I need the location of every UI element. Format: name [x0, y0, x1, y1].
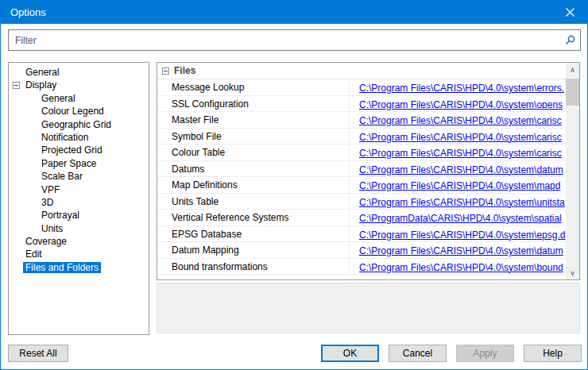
- path-link[interactable]: C:\Program Files\CARIS\HPD\4.0\system\er…: [359, 83, 564, 94]
- tree-collapse-icon[interactable]: [13, 82, 20, 89]
- path-link[interactable]: C:\Program Files\CARIS\HPD\4.0\system\op…: [359, 99, 563, 110]
- setting-label: Vertical Reference Systems: [157, 210, 349, 225]
- group-collapse-icon[interactable]: [162, 67, 169, 75]
- table-row: Symbol File C:\Program Files\CARIS\HPD\4…: [157, 129, 566, 145]
- setting-label: EPSG Database: [157, 226, 349, 242]
- path-link[interactable]: C:\Program Files\CARIS\HPD\4.0\system\ca…: [359, 148, 562, 159]
- table-row: Master File C:\Program Files\CARIS\HPD\4…: [157, 112, 566, 129]
- setting-label: Map Definitions: [157, 177, 349, 193]
- scroll-up-icon[interactable]: ∧: [566, 63, 579, 76]
- tree-item-units[interactable]: Units: [9, 222, 149, 235]
- table-row: Units Table C:\Program Files\CARIS\HPD\4…: [157, 194, 566, 210]
- table-row: Map Definitions C:\Program Files\CARIS\H…: [157, 177, 566, 194]
- settings-tree: General Display General Colour Legend Ge…: [8, 62, 149, 335]
- tree-item-edit[interactable]: Edit: [9, 248, 149, 260]
- setting-label: Master File: [157, 112, 349, 128]
- path-link[interactable]: C:\Program Files\CARIS\HPD\4.0\system\un…: [359, 197, 565, 208]
- path-link[interactable]: C:\Program Files\CARIS\HPD\4.0\system\da…: [359, 164, 563, 175]
- tree-item-projected-grid[interactable]: Projected Grid: [9, 144, 149, 156]
- close-icon: [566, 8, 574, 17]
- scroll-down-icon[interactable]: ∨: [566, 266, 579, 279]
- tree-item-paper-space[interactable]: Paper Space: [9, 157, 149, 170]
- table-row: Bound transformations C:\Program Files\C…: [157, 259, 566, 276]
- tree-item-display[interactable]: Display: [9, 79, 149, 91]
- setting-label: Units Table: [157, 194, 349, 210]
- help-button[interactable]: Help: [524, 345, 582, 362]
- setting-label: Bound transformations: [157, 259, 349, 275]
- setting-label: Message Lookup: [157, 79, 349, 95]
- path-link[interactable]: C:\Program Files\CARIS\HPD\4.0\system\ca…: [359, 115, 562, 126]
- table-row: Vertical Reference Systems C:\ProgramDat…: [157, 210, 566, 226]
- tree-item-files-and-folders[interactable]: Files and Folders: [9, 261, 149, 274]
- table-row: EPSG Database C:\Program Files\CARIS\HPD…: [157, 226, 566, 243]
- window-title: Options: [1, 6, 46, 18]
- ok-button[interactable]: OK: [321, 345, 379, 362]
- setting-label: Datums: [157, 161, 349, 177]
- filter-field: [8, 29, 581, 51]
- options-dialog: Options General Display General Colour L…: [0, 0, 588, 370]
- table-row: Datums C:\Program Files\CARIS\HPD\4.0\sy…: [157, 161, 566, 178]
- path-link[interactable]: C:\Program Files\CARIS\HPD\4.0\system\ca…: [359, 132, 562, 143]
- files-grid: Files Message Lookup C:\Program Files\CA…: [157, 63, 566, 279]
- tree-item-geographic-grid[interactable]: Geographic Grid: [9, 118, 149, 131]
- setting-label: Symbol File: [157, 129, 349, 145]
- tree-item-vpf[interactable]: VPF: [9, 183, 149, 196]
- setting-label: Datum Mapping: [157, 242, 349, 258]
- files-group-header[interactable]: Files: [157, 63, 566, 79]
- tree-item-notification[interactable]: Notification: [9, 131, 149, 144]
- table-row: SSL Configuration C:\Program Files\CARIS…: [157, 96, 566, 113]
- tree-item-colour-legend[interactable]: Colour Legend: [9, 105, 149, 118]
- tree-item-general[interactable]: General: [9, 66, 149, 79]
- filter-input[interactable]: [9, 30, 559, 50]
- description-panel: [157, 283, 580, 333]
- tree-item-display-general[interactable]: General: [9, 92, 149, 105]
- cancel-button[interactable]: Cancel: [389, 345, 447, 362]
- tree-item-coverage[interactable]: Coverage: [9, 235, 149, 248]
- scrollbar-thumb[interactable]: [566, 79, 579, 106]
- apply-button: Apply: [456, 345, 514, 362]
- path-link[interactable]: C:\Program Files\CARIS\HPD\4.0\system\ep…: [359, 229, 565, 241]
- path-link[interactable]: C:\ProgramData\CARIS\HPD\4.0\system\spat…: [359, 213, 562, 224]
- files-group-label: Files: [174, 65, 195, 76]
- reset-all-button[interactable]: Reset All: [8, 345, 68, 362]
- files-panel: Files Message Lookup C:\Program Files\CA…: [157, 62, 580, 280]
- path-link[interactable]: C:\Program Files\CARIS\HPD\4.0\system\da…: [359, 245, 563, 256]
- tree-item-portrayal[interactable]: Portrayal: [9, 209, 149, 222]
- table-row: Colour Table C:\Program Files\CARIS\HPD\…: [157, 145, 566, 161]
- table-row: Message Lookup C:\Program Files\CARIS\HP…: [157, 79, 566, 96]
- path-link[interactable]: C:\Program Files\CARIS\HPD\4.0\system\ma…: [359, 180, 560, 191]
- setting-label: Colour Table: [157, 145, 349, 160]
- setting-label: SSL Configuration: [157, 96, 349, 112]
- path-link[interactable]: C:\Program Files\CARIS\HPD\4.0\system\bo…: [359, 262, 563, 273]
- search-icon[interactable]: [559, 34, 580, 46]
- close-button[interactable]: [552, 1, 587, 24]
- titlebar[interactable]: Options: [1, 1, 587, 24]
- table-row: Datum Mapping C:\Program Files\CARIS\HPD…: [157, 242, 566, 259]
- tree-item-scale-bar[interactable]: Scale Bar: [9, 170, 149, 183]
- scrollbar[interactable]: ∧ ∨: [566, 63, 579, 279]
- tree-item-3d[interactable]: 3D: [9, 196, 149, 209]
